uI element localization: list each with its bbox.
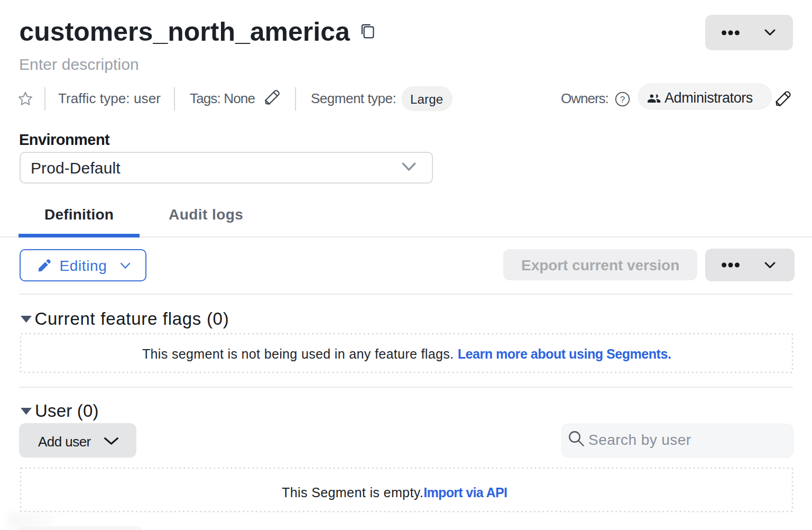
svg-text:?: ? [620, 95, 625, 105]
